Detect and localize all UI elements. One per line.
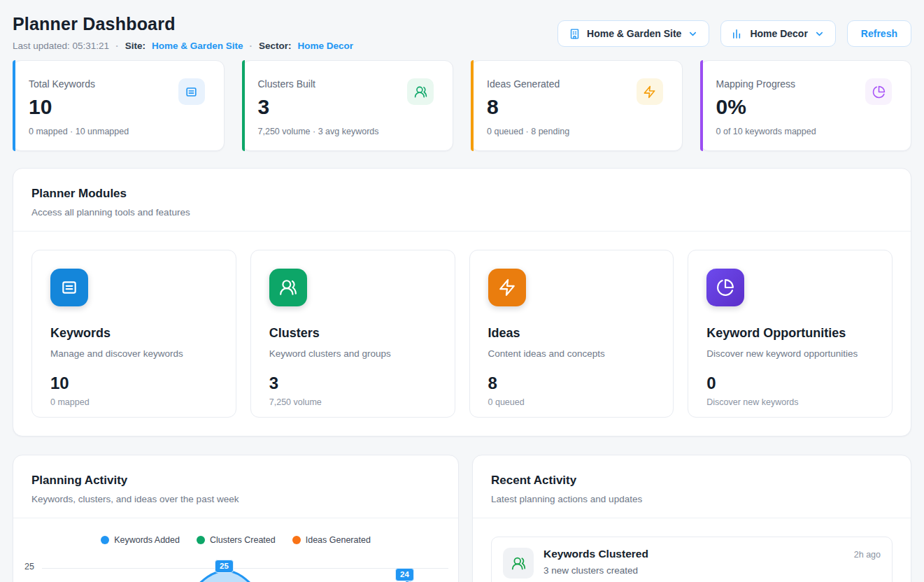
legend-item-ideas-generated: Ideas Generated bbox=[292, 535, 371, 545]
module-value: 0 bbox=[706, 374, 874, 393]
recent-activity-card: Recent Activity Latest planning actions … bbox=[472, 455, 911, 582]
y-axis-tick: 25 bbox=[24, 562, 34, 572]
module-detail: 0 mapped bbox=[50, 397, 218, 407]
legend-item-clusters-created: Clusters Created bbox=[197, 535, 276, 545]
refresh-button[interactable]: Refresh bbox=[847, 20, 911, 47]
building-icon bbox=[569, 28, 581, 40]
module-subtitle: Keyword clusters and groups bbox=[269, 348, 436, 359]
meta-separator: · bbox=[249, 41, 253, 51]
zap-icon bbox=[637, 78, 663, 105]
activity-chart: 25 25 24 bbox=[13, 555, 458, 582]
sector-link[interactable]: Home Decor bbox=[297, 41, 353, 51]
module-detail: 0 queued bbox=[488, 397, 655, 407]
legend-dot-green bbox=[197, 536, 205, 544]
chevron-down-icon bbox=[688, 29, 698, 39]
document-icon bbox=[178, 78, 205, 105]
site-label: Site: bbox=[125, 41, 145, 51]
bottom-row: Planning Activity Keywords, clusters, an… bbox=[13, 455, 911, 582]
site-selector-label: Home & Garden Site bbox=[587, 28, 681, 39]
chart-legend: Keywords Added Clusters Created Ideas Ge… bbox=[13, 535, 458, 545]
activity-item-keywords-clustered: Keywords Clustered 2h ago 3 new clusters… bbox=[491, 537, 893, 582]
legend-dot-blue bbox=[101, 536, 109, 544]
stat-card-clusters-built: Clusters Built 3 7,250 volume · 3 avg ke… bbox=[242, 60, 454, 151]
panel-subtitle: Latest planning actions and updates bbox=[491, 494, 893, 504]
stat-card-total-keywords: Total Keywords 10 0 mapped · 10 unmapped bbox=[13, 60, 225, 151]
planning-activity-header: Planning Activity Keywords, clusters, an… bbox=[13, 455, 458, 518]
toolbar: Home & Garden Site Home Decor Refresh bbox=[557, 20, 911, 47]
panel-title: Planning Activity bbox=[31, 474, 440, 488]
legend-label: Keywords Added bbox=[114, 535, 180, 545]
module-value: 10 bbox=[50, 374, 218, 393]
module-detail: 7,250 volume bbox=[269, 397, 436, 407]
activity-detail: 3 new clusters created bbox=[543, 565, 881, 576]
activity-list: Keywords Clustered 2h ago 3 new clusters… bbox=[473, 518, 911, 582]
data-point-label-25: 25 bbox=[215, 560, 234, 573]
last-updated-text: Last updated: 05:31:21 bbox=[13, 41, 109, 51]
modules-grid: Keywords Manage and discover keywords 10… bbox=[31, 250, 893, 418]
module-card-keyword-opportunities[interactable]: Keyword Opportunities Discover new keywo… bbox=[688, 250, 893, 418]
stat-detail: 0 queued · 8 pending bbox=[487, 127, 665, 136]
legend-item-keywords-added: Keywords Added bbox=[101, 535, 180, 545]
chevron-down-icon bbox=[814, 29, 825, 39]
users-icon bbox=[407, 78, 434, 105]
document-icon bbox=[50, 269, 88, 306]
legend-label: Clusters Created bbox=[210, 535, 276, 545]
module-subtitle: Discover new keyword opportunities bbox=[706, 348, 874, 359]
stat-detail: 0 mapped · 10 unmapped bbox=[29, 127, 207, 136]
module-title: Ideas bbox=[488, 326, 655, 341]
stats-row: Total Keywords 10 0 mapped · 10 unmapped… bbox=[13, 60, 911, 151]
module-title: Keywords bbox=[50, 326, 218, 341]
module-card-clusters[interactable]: Clusters Keyword clusters and groups 3 7… bbox=[250, 250, 455, 418]
module-card-ideas[interactable]: Ideas Content ideas and concepts 8 0 que… bbox=[469, 250, 674, 418]
module-title: Keyword Opportunities bbox=[706, 326, 874, 341]
planner-modules-panel: Planner Modules Access all planning tool… bbox=[13, 168, 911, 436]
planner-dashboard-page: Planner Dashboard Last updated: 05:31:21… bbox=[0, 0, 924, 582]
planning-activity-card: Planning Activity Keywords, clusters, an… bbox=[13, 455, 459, 582]
activity-title: Keywords Clustered bbox=[543, 548, 648, 560]
panel-title: Recent Activity bbox=[491, 474, 893, 488]
data-point-label-24: 24 bbox=[395, 568, 414, 581]
planner-modules-header: Planner Modules Access all planning tool… bbox=[13, 169, 911, 231]
module-value: 3 bbox=[269, 374, 436, 393]
sector-label: Sector: bbox=[259, 41, 292, 51]
users-icon bbox=[503, 548, 534, 579]
module-subtitle: Content ideas and concepts bbox=[488, 348, 655, 359]
bar-chart-icon bbox=[732, 28, 744, 40]
stat-card-mapping-progress: Mapping Progress 0% 0 of 10 keywords map… bbox=[700, 60, 912, 151]
legend-dot-orange bbox=[292, 536, 301, 544]
panel-subtitle: Access all planning tools and features bbox=[31, 207, 893, 218]
module-value: 8 bbox=[488, 374, 655, 393]
site-selector-dropdown[interactable]: Home & Garden Site bbox=[557, 20, 709, 47]
users-icon bbox=[269, 269, 307, 306]
panel-subtitle: Keywords, clusters, and ideas over the p… bbox=[31, 494, 440, 504]
zap-icon bbox=[488, 269, 526, 306]
stat-detail: 0 of 10 keywords mapped bbox=[716, 127, 895, 136]
keywords-added-area-series bbox=[42, 555, 430, 582]
divider bbox=[13, 518, 458, 518]
stat-detail: 7,250 volume · 3 avg keywords bbox=[258, 127, 436, 136]
legend-label: Ideas Generated bbox=[306, 535, 371, 545]
sector-selector-dropdown[interactable]: Home Decor bbox=[720, 20, 835, 47]
activity-timestamp: 2h ago bbox=[854, 550, 881, 560]
sector-selector-label: Home Decor bbox=[750, 28, 807, 39]
pie-chart-icon bbox=[706, 269, 744, 306]
module-detail: Discover new keywords bbox=[706, 397, 874, 407]
meta-separator: · bbox=[115, 41, 119, 51]
recent-activity-header: Recent Activity Latest planning actions … bbox=[473, 455, 911, 518]
module-title: Clusters bbox=[269, 326, 436, 341]
module-card-keywords[interactable]: Keywords Manage and discover keywords 10… bbox=[31, 250, 236, 418]
site-link[interactable]: Home & Garden Site bbox=[152, 41, 243, 51]
pie-chart-icon bbox=[865, 78, 892, 105]
stat-card-ideas-generated: Ideas Generated 8 0 queued · 8 pending bbox=[471, 60, 683, 151]
module-subtitle: Manage and discover keywords bbox=[50, 348, 218, 359]
panel-title: Planner Modules bbox=[31, 187, 893, 201]
